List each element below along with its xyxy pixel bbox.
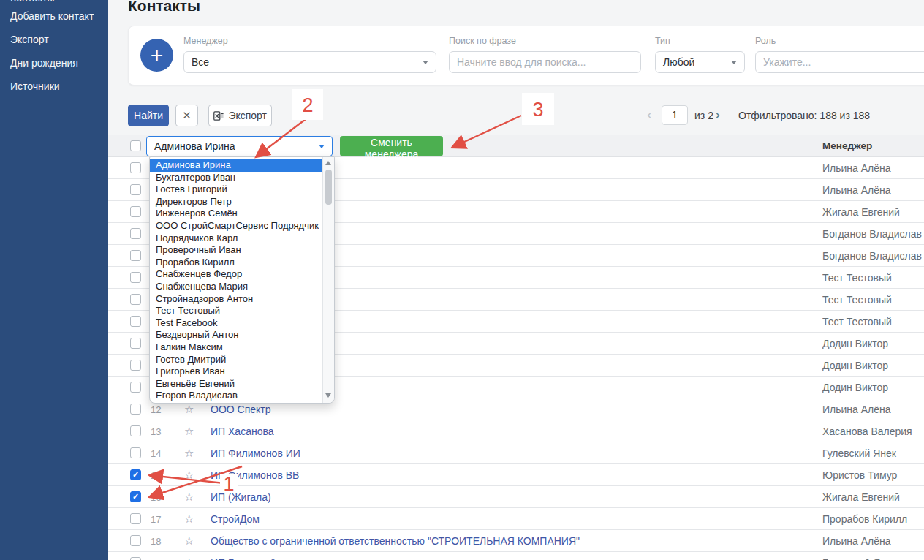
- row-checkbox[interactable]: [130, 316, 141, 327]
- dropdown-option[interactable]: Инженеров Семён: [150, 208, 323, 220]
- row-checkbox[interactable]: [130, 491, 141, 502]
- scroll-up-icon[interactable]: [325, 161, 331, 165]
- row-checkbox[interactable]: [130, 535, 141, 546]
- sidebar-item[interactable]: Дни рождения: [0, 51, 108, 75]
- chevron-down-icon: [423, 61, 428, 64]
- manager-filter-label: Менеджер: [183, 36, 436, 46]
- sidebar-item[interactable]: Источники: [0, 75, 108, 98]
- table-row[interactable]: 15 ☆ ИП Филимонов ВВ Юристов Тимур: [108, 464, 924, 486]
- row-manager: Гулевский Янек: [822, 557, 896, 560]
- dropdown-option[interactable]: Подрядчиков Карл: [150, 232, 323, 245]
- row-checkbox[interactable]: [130, 228, 141, 239]
- chevron-down-icon: [731, 61, 737, 64]
- row-checkbox[interactable]: [130, 469, 141, 480]
- dropdown-option[interactable]: Прорабов Кирилл: [150, 257, 323, 269]
- dropdown-scrollbar[interactable]: [322, 157, 334, 403]
- row-number: 18: [151, 536, 161, 547]
- export-button[interactable]: Экспорт: [208, 105, 272, 126]
- dropdown-option[interactable]: Бездворный Антон: [150, 329, 323, 341]
- sidebar-item[interactable]: Экспорт: [0, 28, 108, 51]
- dropdown-option[interactable]: Егоров Владислав: [150, 390, 323, 402]
- row-checkbox[interactable]: [130, 425, 141, 436]
- dropdown-option[interactable]: Григорьев Иван: [150, 366, 323, 378]
- next-page-button[interactable]: ›: [715, 103, 720, 125]
- row-checkbox[interactable]: [130, 184, 141, 195]
- star-icon[interactable]: ☆: [184, 534, 194, 548]
- prev-page-button[interactable]: ‹: [647, 103, 652, 125]
- find-button[interactable]: Найти: [128, 105, 169, 126]
- dropdown-option[interactable]: ООО СтройСмартСервис Подрядчик: [150, 220, 323, 232]
- row-checkbox[interactable]: [130, 294, 141, 305]
- dropdown-option[interactable]: Стройнадзоров Антон: [150, 293, 323, 306]
- row-manager: Жигала Евгений: [822, 491, 900, 503]
- page-number-input[interactable]: 1: [662, 105, 688, 125]
- table-row[interactable]: 19 ☆ ИП Гулевский Гулевский Янек: [108, 552, 924, 560]
- star-icon[interactable]: ☆: [184, 512, 194, 526]
- select-all-checkbox[interactable]: [130, 140, 141, 151]
- contact-name-link[interactable]: ИП (Жигала): [211, 491, 271, 503]
- star-icon[interactable]: ☆: [184, 556, 194, 560]
- row-checkbox[interactable]: [130, 360, 141, 371]
- row-checkbox[interactable]: [130, 447, 141, 458]
- dropdown-option[interactable]: Снабженцева Мария: [150, 281, 323, 293]
- change-manager-button[interactable]: Сменить менеджера: [340, 136, 443, 156]
- row-checkbox[interactable]: [130, 272, 141, 283]
- role-input[interactable]: [755, 51, 924, 73]
- row-checkbox[interactable]: [130, 162, 141, 173]
- dropdown-option[interactable]: Евгеньёв Евгений: [150, 378, 323, 390]
- table-row[interactable]: 13 ☆ ИП Хасанова Хасанова Валерия: [108, 420, 924, 442]
- contact-name-link[interactable]: СтройДом: [211, 513, 260, 525]
- row-checkbox[interactable]: [130, 382, 141, 393]
- dropdown-option[interactable]: Снабженцев Федор: [150, 268, 323, 281]
- dropdown-option[interactable]: Гостев Дмитрий: [150, 354, 323, 366]
- dropdown-option[interactable]: Гостев Григорий: [150, 183, 323, 196]
- dropdown-option[interactable]: Директоров Петр: [150, 196, 323, 208]
- row-number: 14: [151, 448, 161, 459]
- table-row[interactable]: 16 ☆ ИП (Жигала) Жигала Евгений: [108, 486, 924, 508]
- row-number: 13: [151, 426, 161, 437]
- dropdown-option[interactable]: Test Facebook: [150, 317, 323, 330]
- search-input[interactable]: [449, 51, 641, 73]
- manager-filter-select[interactable]: Все: [183, 51, 436, 73]
- clear-filters-button[interactable]: ✕: [175, 105, 198, 126]
- type-filter-select[interactable]: Любой: [655, 51, 745, 73]
- row-checkbox[interactable]: [130, 206, 141, 217]
- dropdown-option[interactable]: Админова Ирина: [150, 159, 323, 172]
- row-number: 12: [151, 404, 161, 415]
- contact-name-link[interactable]: ИП Филимонов ИИ: [211, 447, 300, 459]
- scroll-down-icon[interactable]: [325, 393, 331, 398]
- row-checkbox[interactable]: [130, 404, 141, 415]
- dropdown-option[interactable]: Проверочный Иван: [150, 244, 323, 257]
- row-checkbox[interactable]: [130, 338, 141, 349]
- star-icon[interactable]: ☆: [184, 491, 194, 504]
- contact-name-link[interactable]: ООО Спектр: [211, 404, 271, 415]
- table-row[interactable]: 17 ☆ СтройДом Прорабов Кирилл: [108, 508, 924, 530]
- dropdown-option[interactable]: Галкин Максим: [150, 341, 323, 354]
- contact-name-link[interactable]: ИП Хасанова: [211, 425, 274, 437]
- sidebar-item[interactable]: Добавить контакт: [0, 4, 108, 28]
- manager-column-header: Менеджер: [822, 140, 872, 151]
- dropdown-option[interactable]: Тест Тестовый: [150, 305, 323, 317]
- table-row[interactable]: 14 ☆ ИП Филимонов ИИ Гулевский Янек: [108, 442, 924, 464]
- dropdown-option[interactable]: Бухгалтеров Иван: [150, 172, 323, 184]
- row-checkbox[interactable]: [130, 513, 141, 524]
- row-manager: Тест Тестовый: [822, 316, 892, 328]
- star-icon[interactable]: ☆: [184, 403, 194, 416]
- table-row[interactable]: 18 ☆ Общество с ограниченной ответственн…: [108, 530, 924, 552]
- type-filter-value: Любой: [663, 56, 694, 68]
- manager-filter: Менеджер Все: [183, 36, 436, 73]
- contact-name-link[interactable]: Общество с ограниченной ответственностью…: [211, 535, 580, 547]
- star-icon[interactable]: ☆: [184, 425, 194, 438]
- row-manager: Ильина Алёна: [822, 184, 891, 196]
- row-manager: Додин Виктор: [822, 382, 888, 393]
- contact-name-link[interactable]: ИП Филимонов ВВ: [211, 469, 299, 481]
- add-contact-button[interactable]: +: [140, 39, 173, 72]
- row-manager: Юристов Тимур: [822, 469, 897, 481]
- scrollbar-thumb[interactable]: [325, 170, 332, 205]
- row-checkbox[interactable]: [130, 250, 141, 261]
- bulk-manager-select[interactable]: Админова Ирина: [146, 136, 333, 156]
- star-icon[interactable]: ☆: [184, 469, 194, 482]
- star-icon[interactable]: ☆: [184, 447, 194, 460]
- row-checkbox[interactable]: [130, 557, 141, 560]
- contact-name-link[interactable]: ИП Гулевский: [211, 557, 276, 560]
